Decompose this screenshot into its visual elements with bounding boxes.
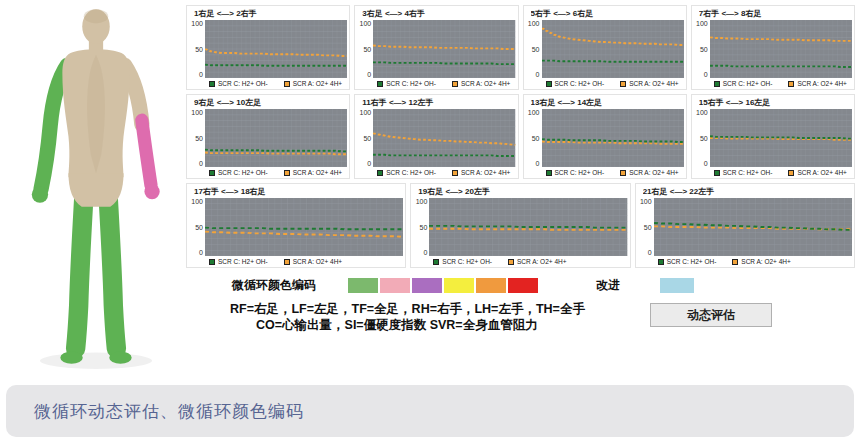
legend-swatch-icon [546, 81, 552, 87]
chart-plot [710, 20, 852, 78]
legend-series-label: SCR C: H2+ OH- [442, 258, 492, 265]
improve-swatch [660, 278, 694, 293]
color-swatch [508, 278, 538, 293]
y-tick-label: 0 [189, 249, 203, 256]
mini-chart-card: 17右手 <—> 18右足100500SCR C: H2+ OH-SCR A: … [186, 183, 406, 268]
legend-swatch-icon [508, 259, 514, 265]
y-tick-label: 50 [694, 135, 708, 142]
color-swatch [348, 278, 378, 293]
body-figure [8, 2, 184, 374]
chart-legend-item: SCR A: O2+ 4H+ [284, 258, 343, 265]
chart-plot [710, 109, 852, 167]
y-tick-label: 100 [526, 109, 540, 116]
mini-chart-card: 3右足 <—> 4右手100500SCR C: H2+ OH-SCR A: O2… [354, 5, 518, 90]
y-tick-label: 50 [638, 224, 652, 231]
chart-legend-item: SCR A: O2+ 4H+ [788, 80, 847, 87]
y-tick-label: 100 [526, 20, 540, 27]
color-swatch [444, 278, 474, 293]
y-tick-label: 0 [526, 160, 540, 167]
chart-legend: SCR C: H2+ OH-SCR A: O2+ 4H+ [546, 80, 684, 87]
chart-row: 9右足 <—> 10左足100500SCR C: H2+ OH-SCR A: O… [186, 94, 855, 179]
chart-plot [542, 20, 684, 78]
chart-legend-item: SCR A: O2+ 4H+ [452, 80, 511, 87]
legend-swatch-icon [284, 170, 290, 176]
chart-legend: SCR C: H2+ OH-SCR A: O2+ 4H+ [658, 258, 852, 265]
chart-plot [373, 20, 515, 78]
legend-series-label: SCR C: H2+ OH- [555, 80, 605, 87]
legend-swatch-icon [620, 170, 626, 176]
chart-title: 7右手 <—> 8右足 [699, 8, 852, 19]
legend-swatch-icon [209, 81, 215, 87]
y-tick-label: 100 [357, 20, 371, 27]
legend-series-label: SCR C: H2+ OH- [218, 258, 268, 265]
chart-legend-item: SCR A: O2+ 4H+ [732, 258, 791, 265]
chart-title: 13右足 <—> 14左足 [531, 97, 684, 108]
legend-swatch-icon [377, 81, 383, 87]
chart-legend-item: SCR A: O2+ 4H+ [284, 80, 343, 87]
notes-line1: RF=右足，LF=左足，TF=全足，RH=右手，LH=左手，TH=全手 [230, 301, 660, 317]
y-tick-label: 100 [638, 198, 652, 205]
y-tick-label: 100 [189, 109, 203, 116]
chart-legend: SCR C: H2+ OH-SCR A: O2+ 4H+ [209, 80, 347, 87]
chart-plot [373, 109, 515, 167]
body-figure-image [8, 2, 184, 374]
body-right-leg-region [108, 198, 116, 349]
chart-legend: SCR C: H2+ OH-SCR A: O2+ 4H+ [433, 258, 627, 265]
chart-legend: SCR C: H2+ OH-SCR A: O2+ 4H+ [209, 258, 403, 265]
y-tick-label: 0 [357, 71, 371, 78]
dynamic-assessment-button[interactable]: 动态评估 [650, 303, 772, 327]
y-tick-label: 50 [694, 46, 708, 53]
y-tick-label: 50 [413, 224, 427, 231]
chart-legend: SCR C: H2+ OH-SCR A: O2+ 4H+ [546, 169, 684, 176]
legend-swatch-icon [452, 170, 458, 176]
color-legend-swatches [348, 278, 538, 293]
y-tick-label: 50 [189, 135, 203, 142]
mini-chart-card: 7右手 <—> 8右足100500SCR C: H2+ OH-SCR A: O2… [691, 5, 855, 90]
legend-series-label: SCR C: H2+ OH- [386, 169, 436, 176]
chart-legend-item: SCR C: H2+ OH- [546, 169, 605, 176]
legend-series-label: SCR A: O2+ 4H+ [293, 80, 343, 87]
y-tick-label: 0 [638, 249, 652, 256]
mini-chart-card: 21右足 <—> 22左手100500SCR C: H2+ OH-SCR A: … [635, 183, 855, 268]
chart-row: 17右手 <—> 18右足100500SCR C: H2+ OH-SCR A: … [186, 183, 855, 268]
legend-swatch-icon [732, 259, 738, 265]
chart-title: 3右足 <—> 4右手 [362, 8, 515, 19]
legend-swatch-icon [377, 170, 383, 176]
legend-series-label: SCR C: H2+ OH- [218, 169, 268, 176]
chart-y-axis: 100500 [189, 109, 205, 167]
legend-swatch-icon [546, 170, 552, 176]
chart-legend: SCR C: H2+ OH-SCR A: O2+ 4H+ [714, 169, 852, 176]
chart-plot [205, 198, 403, 256]
chart-legend-item: SCR A: O2+ 4H+ [620, 80, 679, 87]
chart-y-axis: 100500 [526, 20, 542, 78]
chart-legend-item: SCR C: H2+ OH- [377, 80, 436, 87]
y-tick-label: 50 [357, 46, 371, 53]
y-tick-label: 50 [357, 135, 371, 142]
mini-chart-card: 19右足 <—> 20左手100500SCR C: H2+ OH-SCR A: … [410, 183, 630, 268]
y-tick-label: 100 [694, 20, 708, 27]
improve-label: 改进 [596, 277, 620, 294]
body-pink-hand-region [144, 184, 159, 199]
mini-chart-card: 15右手 <—> 16左足100500SCR C: H2+ OH-SCR A: … [691, 94, 855, 179]
y-tick-label: 0 [526, 71, 540, 78]
legend-swatch-icon [714, 81, 720, 87]
legend-series-label: SCR A: O2+ 4H+ [293, 258, 343, 265]
legend-series-label: SCR C: H2+ OH- [723, 169, 773, 176]
chart-title: 9右足 <—> 10左足 [194, 97, 347, 108]
chart-legend: SCR C: H2+ OH-SCR A: O2+ 4H+ [209, 169, 347, 176]
legend-series-label: SCR C: H2+ OH- [723, 80, 773, 87]
chart-legend-item: SCR C: H2+ OH- [209, 80, 268, 87]
legend-swatch-icon [620, 81, 626, 87]
chart-title: 1右足 <—> 2右手 [194, 8, 347, 19]
body-hair-shading [84, 9, 108, 23]
chart-legend-item: SCR C: H2+ OH- [377, 169, 436, 176]
legend-swatch-icon [788, 170, 794, 176]
y-tick-label: 0 [413, 249, 427, 256]
chart-legend-item: SCR A: O2+ 4H+ [508, 258, 567, 265]
mini-chart-card: 13右足 <—> 14左足100500SCR C: H2+ OH-SCR A: … [523, 94, 687, 179]
chart-title: 19右足 <—> 20左手 [418, 186, 627, 197]
y-tick-label: 50 [189, 46, 203, 53]
legend-series-label: SCR A: O2+ 4H+ [629, 80, 679, 87]
charts-grid: 1右足 <—> 2右手100500SCR C: H2+ OH-SCR A: O2… [186, 5, 855, 268]
legend-swatch-icon [714, 170, 720, 176]
